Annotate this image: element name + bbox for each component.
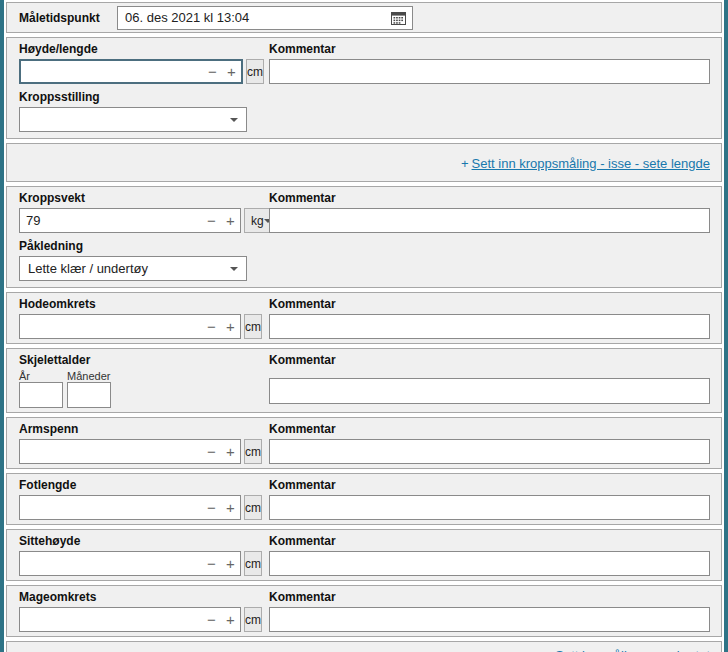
skjelettalder-maneder-input[interactable] [67, 382, 111, 408]
armspenn-comment-label: Kommentar [269, 423, 710, 436]
skjelettalder-ar-input[interactable] [19, 382, 63, 408]
hoyde-minus-icon[interactable]: − [203, 61, 222, 82]
maletidspunkt-label: Måletidspunkt [19, 11, 117, 25]
calendar-icon[interactable] [389, 9, 407, 27]
armspenn-input[interactable] [20, 444, 202, 459]
hodeomkrets-input-wrap: − + [19, 314, 241, 339]
mageomkrets-input-wrap: − + [19, 607, 241, 632]
mageomkrets-minus-icon[interactable]: − [202, 609, 221, 630]
hoyde-comment-input[interactable] [269, 59, 710, 84]
hodeomkrets-input[interactable] [20, 319, 202, 334]
section-sittehoyde: Sittehøyde − + cm Kommentar [6, 529, 722, 581]
maletidspunkt-input[interactable] [125, 10, 389, 25]
armspenn-unit-button[interactable]: cm [244, 439, 262, 464]
section-link-pubertet: +Sett inn måling av pubertet [6, 641, 722, 652]
sittehoyde-comment-input[interactable] [269, 551, 710, 576]
mageomkrets-input[interactable] [20, 612, 202, 627]
sittehoyde-unit-button[interactable]: cm [244, 551, 262, 576]
section-maletidspunkt: Måletidspunkt [6, 2, 722, 33]
hodeomkrets-label: Hodeomkrets [19, 298, 247, 311]
armspenn-comment-input[interactable] [269, 439, 710, 464]
fotlengde-plus-icon[interactable]: + [221, 497, 240, 518]
kroppsvekt-minus-icon[interactable]: − [202, 210, 221, 231]
fotlengde-minus-icon[interactable]: − [202, 497, 221, 518]
hoyde-plus-icon[interactable]: + [222, 61, 241, 82]
fotlengde-comment-input[interactable] [269, 495, 710, 520]
section-hodeomkrets: Hodeomkrets − + cm Kommentar [6, 292, 722, 344]
pakledning-select[interactable]: Lette klær / undertøy [19, 256, 247, 281]
hodeomkrets-comment-label: Kommentar [269, 298, 710, 311]
skjelettalder-comment-label: Kommentar [269, 354, 710, 367]
chevron-down-icon [230, 267, 238, 271]
hodeomkrets-unit-button[interactable]: cm [244, 314, 262, 339]
fotlengde-input[interactable] [20, 500, 202, 515]
sittehoyde-input[interactable] [20, 556, 202, 571]
skjelettalder-ar-label: År [19, 370, 63, 382]
skjelettalder-comment-input[interactable] [269, 378, 710, 404]
hoyde-label: Høyde/lengde [19, 43, 247, 56]
skjelettalder-maneder-label: Måneder [67, 370, 111, 382]
pakledning-label: Påkledning [19, 240, 247, 253]
armspenn-label: Armspenn [19, 423, 247, 436]
section-mageomkrets: Mageomkrets − + cm Kommentar [6, 585, 722, 637]
sittehoyde-comment-label: Kommentar [269, 535, 710, 548]
plus-icon: + [461, 156, 469, 171]
sett-inn-kroppsmaling-label: Sett inn kroppsmåling - isse - sete leng… [472, 156, 710, 171]
mageomkrets-label: Mageomkrets [19, 591, 247, 604]
fotlengde-label: Fotlengde [19, 479, 247, 492]
kroppsvekt-comment-label: Kommentar [269, 192, 710, 205]
kroppsvekt-label: Kroppsvekt [19, 192, 247, 205]
sett-inn-pubertet-label: Sett inn måling av pubertet [555, 648, 710, 652]
kroppsstilling-select[interactable] [19, 107, 247, 132]
kroppsvekt-input-wrap: − + [19, 208, 241, 233]
sittehoyde-plus-icon[interactable]: + [221, 553, 240, 574]
armspenn-minus-icon[interactable]: − [202, 441, 221, 462]
hoyde-input-wrap: − + [19, 59, 243, 84]
hodeomkrets-minus-icon[interactable]: − [202, 316, 221, 337]
armspenn-plus-icon[interactable]: + [221, 441, 240, 462]
hoyde-unit-button[interactable]: cm [246, 59, 264, 84]
kroppsvekt-plus-icon[interactable]: + [221, 210, 240, 231]
mageomkrets-comment-label: Kommentar [269, 591, 710, 604]
sittehoyde-minus-icon[interactable]: − [202, 553, 221, 574]
sett-inn-kroppsmaling-link[interactable]: +Sett inn kroppsmåling - isse - sete len… [461, 156, 710, 171]
sittehoyde-label: Sittehøyde [19, 535, 247, 548]
armspenn-input-wrap: − + [19, 439, 241, 464]
fotlengde-unit-button[interactable]: cm [244, 495, 262, 520]
pakledning-value: Lette klær / undertøy [28, 261, 148, 276]
fotlengde-comment-label: Kommentar [269, 479, 710, 492]
section-fotlengde: Fotlengde − + cm Kommentar [6, 473, 722, 525]
skjelettalder-label: Skjelettalder [19, 354, 247, 367]
kroppsstilling-label: Kroppsstilling [19, 91, 247, 104]
mageomkrets-plus-icon[interactable]: + [221, 609, 240, 630]
fotlengde-input-wrap: − + [19, 495, 241, 520]
chevron-down-icon [230, 118, 238, 122]
section-skjelettalder: Skjelettalder År Måneder Kommentar [6, 348, 722, 413]
measurements-form: Måletidspunkt Høyde/lengde [0, 0, 728, 652]
sittehoyde-input-wrap: − + [19, 551, 241, 576]
section-link-kroppsmaling: +Sett inn kroppsmåling - isse - sete len… [6, 143, 722, 182]
hodeomkrets-comment-input[interactable] [269, 314, 710, 339]
hoyde-comment-label: Kommentar [269, 43, 710, 56]
mageomkrets-comment-input[interactable] [269, 607, 710, 632]
section-armspenn: Armspenn − + cm Kommentar [6, 417, 722, 469]
section-kroppsvekt: Kroppsvekt − + kg Påkledning Lette klær [6, 186, 722, 288]
hodeomkrets-plus-icon[interactable]: + [221, 316, 240, 337]
kroppsvekt-comment-input[interactable] [269, 208, 710, 233]
kroppsvekt-unit-value: kg [251, 214, 264, 228]
maletidspunkt-input-wrap [117, 6, 413, 30]
mageomkrets-unit-button[interactable]: cm [244, 607, 262, 632]
sett-inn-pubertet-link[interactable]: +Sett inn måling av pubertet [545, 648, 710, 652]
hoyde-input[interactable] [21, 64, 203, 79]
kroppsvekt-input[interactable] [20, 213, 202, 228]
plus-icon: + [545, 648, 553, 652]
section-hoyde: Høyde/lengde − + cm Kroppsstilling [6, 37, 722, 139]
